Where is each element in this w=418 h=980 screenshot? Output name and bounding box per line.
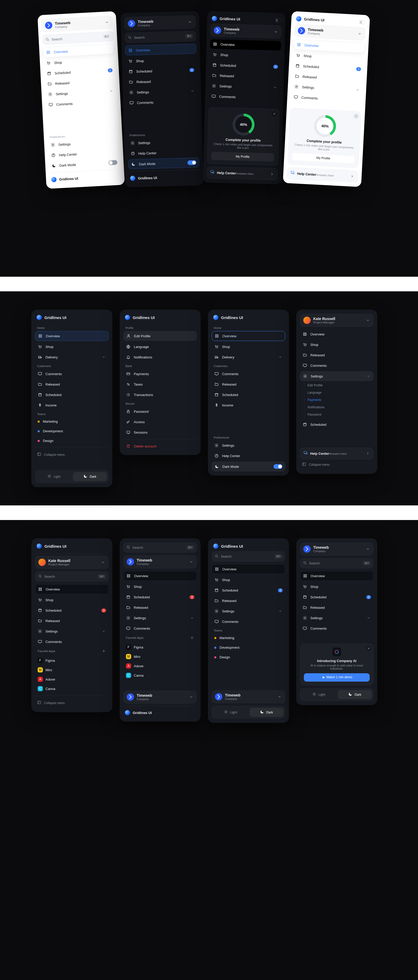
collapse-button[interactable]: Collapse menu [35,698,108,708]
pref-darkmode[interactable]: Dark Mode [128,158,199,169]
nav-shop[interactable]: Shop [125,54,197,66]
nav-comments[interactable]: Comments [300,624,373,633]
nav-overview[interactable]: Overview [300,329,373,339]
nav-scheduled[interactable]: Scheduled [35,390,108,399]
sub-payments[interactable]: Payments [304,396,373,404]
nav-settings[interactable]: Settings [212,606,285,616]
user-switcher[interactable]: Kate RussellProject Manager [35,556,108,569]
plus-icon[interactable] [190,635,195,640]
nav-income[interactable]: Income [212,401,285,410]
nav-shop[interactable]: Shop [210,49,281,61]
pref-settings[interactable]: Settings [128,137,199,148]
nav-overview[interactable]: Overview [35,331,108,341]
nav-transactions[interactable]: Transactions [123,390,197,399]
org-switcher[interactable]: TimewebCompany [212,690,285,703]
nav-comments[interactable]: Comments [209,91,280,103]
nav-shop[interactable]: Shop [212,575,285,584]
nav-shop[interactable]: Shop [212,342,285,352]
nav-comments[interactable]: Comments [123,624,197,633]
org-switcher[interactable]: TimewebCompany [210,24,282,39]
nav-released[interactable]: Released [212,596,285,605]
nav-comments[interactable]: Comments [126,96,198,108]
team-dev[interactable]: Development [212,643,285,652]
nav-sessions[interactable]: Sessions [123,428,197,437]
nav-released[interactable]: Released [126,75,197,87]
team-marketing[interactable]: Marketing [212,633,285,642]
nav-payments[interactable]: Payments [123,369,197,379]
nav-released[interactable]: Released [300,603,373,612]
nav-shop[interactable]: Shop [35,342,108,352]
nav-overview[interactable]: Overview [35,584,108,594]
nav-scheduled[interactable]: Scheduled2 [212,585,285,595]
pref-settings[interactable]: Settings [212,441,285,450]
theme-dark[interactable]: Dark [249,708,284,717]
nav-settings[interactable]: Settings [300,371,373,381]
delete-account[interactable]: Delete account [123,441,197,451]
nav-comments[interactable]: Comments [300,361,373,370]
app-canva[interactable]: CCanva [35,684,108,694]
nav-scheduled[interactable]: Scheduled [212,390,285,399]
user-switcher[interactable]: Kate RussellProject Manager [300,314,373,327]
nav-shop[interactable]: Shop [300,340,373,349]
nav-shop[interactable]: Shop [300,582,373,591]
collapse-button[interactable]: Collapse menu [300,460,373,469]
nav-scheduled[interactable]: Scheduled2 [123,592,197,602]
my-profile-button[interactable]: My Profile [292,152,355,164]
nav-released[interactable]: Released [35,616,108,625]
dark-toggle[interactable] [108,160,118,165]
nav-overview[interactable]: Overview [212,564,285,574]
org-switcher-bottom[interactable]: TimewebCompany [123,690,197,703]
nav-settings[interactable]: Settings [300,613,373,623]
nav-edit-profile[interactable]: Edit Profile [123,331,197,341]
app-adobe[interactable]: AAdove [35,675,108,684]
nav-overview[interactable]: Overview [123,571,197,581]
nav-access[interactable]: Access [123,417,197,426]
app-figma[interactable]: FFigma [35,656,108,665]
theme-dark[interactable]: Dark [338,690,372,699]
help-card[interactable]: Help CenterAnswers here [207,166,278,180]
nav-overview[interactable]: Overview [125,44,196,56]
sidebar-toggle-icon[interactable] [275,18,281,22]
nav-comments[interactable]: Comments [35,369,108,379]
org-switcher[interactable]: TimewebCompany [123,555,197,568]
search-input[interactable]: Search⌘F [123,542,197,553]
nav-overview[interactable]: Overview [210,40,281,51]
app-figma[interactable]: FFigma [123,643,197,652]
my-profile-button[interactable]: My Profile [211,152,274,162]
close-icon[interactable] [366,646,371,651]
nav-scheduled[interactable]: Scheduled [300,420,373,429]
app-miro[interactable]: MMiro [35,665,108,675]
help-card[interactable]: Help CenterAnswers here [300,447,373,460]
dark-toggle[interactable] [274,464,282,469]
nav-delivery[interactable]: Delivery [212,352,285,362]
nav-language[interactable]: Language [123,342,197,352]
theme-dark[interactable]: Dark [73,472,107,481]
nav-released[interactable]: Released [300,350,373,360]
sub-password[interactable]: Password [304,411,373,418]
theme-light[interactable]: Light [302,690,336,699]
nav-comments[interactable]: Comments [212,369,285,379]
team-design[interactable]: Design [35,436,108,445]
nav-comments[interactable]: Comments [35,637,108,646]
nav-released[interactable]: Released [35,380,108,389]
nav-released[interactable]: Released [123,603,197,612]
sidebar-toggle-icon[interactable] [359,20,365,24]
collapse-button[interactable]: Collapse menu [35,450,108,460]
nav-released[interactable]: Released [209,70,281,82]
nav-password[interactable]: Password [123,407,197,416]
team-dev[interactable]: Development [35,427,108,436]
theme-light[interactable]: Light [214,708,247,717]
nav-scheduled[interactable]: Scheduled2 [300,592,373,602]
close-icon[interactable] [353,113,359,119]
team-design[interactable]: Design [212,653,285,662]
nav-shop[interactable]: Shop [35,595,108,605]
pref-help[interactable]: Help Center [128,147,199,158]
nav-settings[interactable]: Settings [126,86,198,97]
nav-comments[interactable]: Comments [212,617,285,626]
org-switcher[interactable]: TimewebCompany [124,15,196,30]
nav-scheduled[interactable]: Scheduled2 [35,606,108,615]
nav-overview[interactable]: Overview [300,571,373,581]
search-input[interactable]: Search⌘F [35,571,108,582]
sub-notifications[interactable]: Notifications [304,404,373,411]
nav-shop[interactable]: Shop [123,582,197,591]
